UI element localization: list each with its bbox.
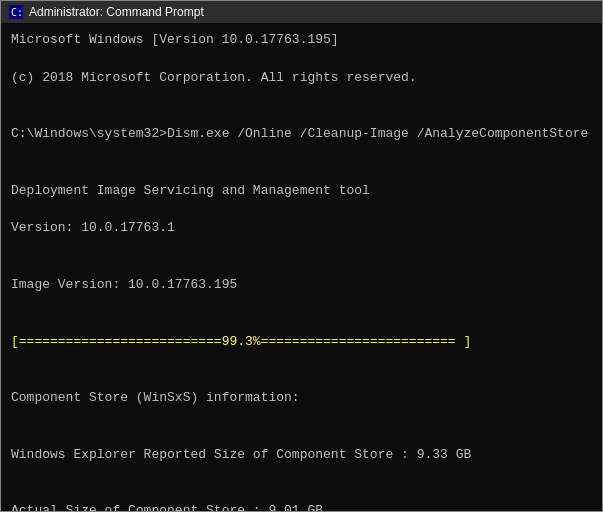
terminal-line: Actual Size of Component Store : 9.01 GB [11, 502, 592, 511]
command-prompt-window: C: Administrator: Command Prompt Microso… [0, 0, 603, 512]
terminal-line: [==========================99.3%========… [11, 333, 592, 352]
terminal-line [11, 483, 592, 502]
terminal-line: Image Version: 10.0.17763.195 [11, 276, 592, 295]
terminal-line: Version: 10.0.17763.1 [11, 219, 592, 238]
terminal-line [11, 370, 592, 389]
terminal-line [11, 257, 592, 276]
terminal-line: (c) 2018 Microsoft Corporation. All righ… [11, 69, 592, 88]
terminal-line [11, 427, 592, 446]
title-bar: C: Administrator: Command Prompt [1, 1, 602, 23]
terminal-line [11, 163, 592, 182]
terminal-line: C:\Windows\system32>Dism.exe /Online /Cl… [11, 125, 592, 144]
terminal-line: Microsoft Windows [Version 10.0.17763.19… [11, 31, 592, 50]
svg-text:C:: C: [11, 7, 23, 18]
window-icon: C: [9, 5, 23, 19]
terminal-content[interactable]: Microsoft Windows [Version 10.0.17763.19… [1, 23, 602, 511]
terminal-line [11, 314, 592, 333]
title-bar-text: Administrator: Command Prompt [29, 5, 594, 19]
terminal-line [11, 106, 592, 125]
terminal-line: Component Store (WinSxS) information: [11, 389, 592, 408]
terminal-line: Deployment Image Servicing and Managemen… [11, 182, 592, 201]
terminal-line: Windows Explorer Reported Size of Compon… [11, 446, 592, 465]
